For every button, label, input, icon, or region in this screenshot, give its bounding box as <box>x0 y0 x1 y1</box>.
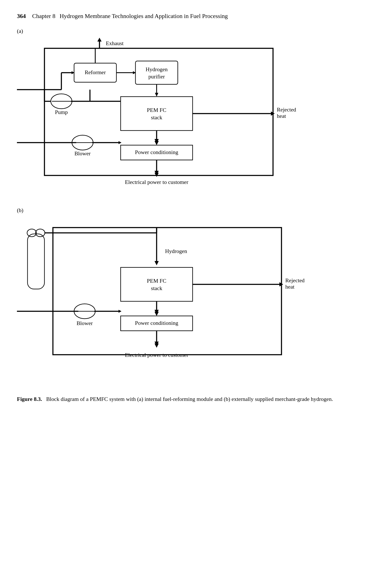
figure-caption: Figure 8.3. Block diagram of a PEMFC sys… <box>17 395 372 403</box>
svg-text:purifier: purifier <box>148 74 165 80</box>
exhaust-label: Exhaust <box>106 40 124 46</box>
diagram-a-svg: Exhaust Reformer Hydrogen purifier PEM F… <box>17 38 368 194</box>
svg-marker-61 <box>155 261 159 265</box>
svg-rect-56 <box>53 227 282 355</box>
diagram-b-section: (b) Hydrogen PEM FC stack Rejected heat … <box>17 207 372 382</box>
svg-text:Electrical power to customer: Electrical power to customer <box>125 352 188 358</box>
chapter-title: Hydrogen Membrane Technologies and Appli… <box>60 13 228 20</box>
svg-marker-44 <box>155 141 159 145</box>
svg-marker-2 <box>97 38 101 41</box>
diagram-b-label: (b) <box>17 207 372 214</box>
diagram-b-svg: Hydrogen PEM FC stack Rejected heat Air … <box>17 217 368 382</box>
page-number: 364 <box>17 13 26 20</box>
svg-text:Blower: Blower <box>77 320 93 326</box>
svg-marker-11 <box>155 93 158 97</box>
svg-rect-62 <box>121 267 193 301</box>
svg-text:stack: stack <box>151 114 162 121</box>
caption-text: Block diagram of a PEMFC system with (a)… <box>46 396 333 402</box>
svg-marker-85 <box>155 343 159 348</box>
svg-point-55 <box>35 229 45 237</box>
svg-text:PEM FC: PEM FC <box>147 107 166 113</box>
svg-marker-41 <box>119 141 122 144</box>
svg-text:stack: stack <box>151 285 162 291</box>
svg-marker-80 <box>155 312 159 316</box>
svg-text:heat: heat <box>285 284 295 290</box>
svg-text:Blower: Blower <box>74 150 91 157</box>
svg-text:Power conditioning: Power conditioning <box>135 320 178 326</box>
svg-marker-49 <box>155 173 159 177</box>
svg-text:PEM FC: PEM FC <box>147 278 166 284</box>
svg-text:Reformer: Reformer <box>85 69 106 75</box>
chapter-label: Chapter 8 <box>32 13 56 20</box>
svg-text:Hydrogen: Hydrogen <box>165 248 187 254</box>
svg-text:Hydrogen: Hydrogen <box>146 66 168 73</box>
svg-text:Power conditioning: Power conditioning <box>135 149 178 155</box>
svg-point-54 <box>27 229 36 237</box>
diagram-a-section: (a) Exhaust Reformer Hydrogen purifier P… <box>17 28 372 194</box>
svg-text:heat: heat <box>277 113 286 119</box>
svg-text:Rejected: Rejected <box>285 277 305 284</box>
page-header: 364 Chapter 8 Hydrogen Membrane Technolo… <box>17 13 372 20</box>
svg-text:Rejected: Rejected <box>277 107 296 113</box>
svg-text:Electrical power to customer: Electrical power to customer <box>125 179 188 185</box>
diagram-a-label: (a) <box>17 28 372 34</box>
svg-rect-12 <box>121 97 193 131</box>
svg-text:Pump: Pump <box>55 109 68 115</box>
figure-label: Figure 8.3. <box>17 396 42 402</box>
svg-rect-53 <box>28 234 44 289</box>
svg-rect-5 <box>135 61 178 84</box>
svg-marker-77 <box>119 310 122 313</box>
